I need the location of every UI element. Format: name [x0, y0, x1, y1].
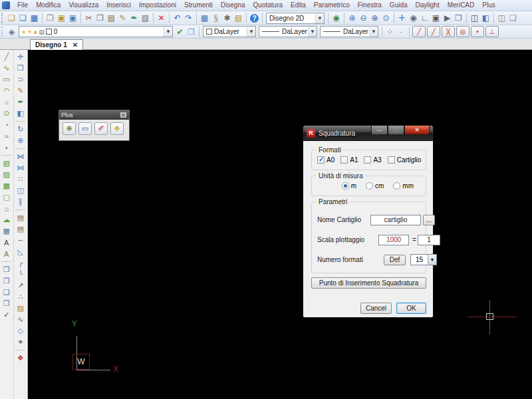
box-3d-icon[interactable]: ◫: [469, 12, 480, 24]
visibility-icon[interactable]: ◉: [408, 12, 419, 24]
menu-finestra[interactable]: Finestra: [354, 0, 386, 11]
layers-manager-icon[interactable]: ◈: [6, 26, 17, 38]
offset-icon[interactable]: ∥: [14, 196, 27, 207]
viewport-icon[interactable]: ❒: [453, 12, 464, 24]
ellipse-arc-icon[interactable]: ◔: [0, 119, 13, 130]
block-icon[interactable]: ❐: [0, 264, 13, 275]
spline-icon[interactable]: ≈: [0, 130, 13, 142]
osnap-marker-icon[interactable]: ∙: [396, 26, 407, 38]
pedit-icon[interactable]: ∿: [14, 314, 27, 325]
punto-inserimento-button[interactable]: Punto di Inserimento Squadratura: [311, 277, 426, 289]
previous-layer-icon[interactable]: ❐: [186, 26, 197, 38]
break-icon[interactable]: ╌: [14, 235, 27, 246]
snap-nearest-icon[interactable]: ╳: [442, 26, 455, 37]
ellipse-icon[interactable]: ⊙: [0, 108, 13, 119]
plus-close-icon[interactable]: ✕: [120, 112, 127, 118]
lineweight-select[interactable]: DaLayer▼: [320, 26, 378, 37]
menu-file[interactable]: File: [13, 0, 32, 11]
copy-icon[interactable]: ❐: [94, 12, 106, 24]
hatch-edit-icon[interactable]: ▨: [14, 303, 27, 314]
ok-button[interactable]: OK: [396, 303, 426, 314]
menu-quotatura[interactable]: Quotatura: [249, 0, 287, 11]
undo-icon[interactable]: ↶: [172, 12, 183, 24]
delete-icon[interactable]: ✕: [156, 12, 167, 24]
boundary-icon[interactable]: ▢: [0, 192, 13, 203]
plus-frame-icon[interactable]: ▭: [78, 122, 92, 135]
menu-impostazioni[interactable]: Impostazioni: [135, 0, 180, 11]
radio-cm[interactable]: cm: [366, 182, 384, 190]
ucs-axes-icon[interactable]: ∟: [419, 12, 430, 24]
pan-icon[interactable]: ✛: [396, 12, 408, 24]
box-edit-icon[interactable]: ◇: [14, 325, 27, 336]
array-icon[interactable]: ∷: [14, 174, 27, 185]
mericad-tool-icon[interactable]: ❖: [14, 352, 27, 364]
freeze-icon[interactable]: ☀: [27, 29, 32, 35]
menu-modifica[interactable]: Modifica: [32, 0, 65, 11]
circle-icon[interactable]: ○: [0, 96, 13, 108]
checkbox-a3[interactable]: A3: [364, 156, 381, 164]
osnap-settings-icon[interactable]: ⁘: [384, 26, 396, 38]
mirror-h-icon[interactable]: ⋈: [14, 162, 27, 174]
spell-check-icon[interactable]: ✓: [0, 309, 13, 321]
plus-settings-icon[interactable]: ❋: [63, 122, 76, 135]
zoom-previous-icon[interactable]: ⊙: [380, 12, 392, 24]
line-icon[interactable]: ╱: [0, 51, 13, 63]
toolbar-grip[interactable]: [1, 13, 5, 23]
align-icon[interactable]: ◫: [14, 185, 27, 196]
zoom-realtime-icon[interactable]: ◉: [331, 12, 342, 24]
radio-circle-m[interactable]: [342, 182, 349, 190]
radio-circle-cm[interactable]: [366, 182, 373, 190]
help-icon[interactable]: ?: [249, 12, 260, 24]
block-insert-icon[interactable]: ❐: [0, 275, 13, 287]
snap-endpoint-icon[interactable]: ╱: [412, 26, 426, 37]
polyline-icon[interactable]: ∿: [0, 63, 13, 74]
checkbox-box-cartiglio[interactable]: [388, 156, 395, 164]
scala-unit-input[interactable]: 1: [418, 235, 440, 245]
orbit-icon[interactable]: ⊕: [14, 135, 27, 146]
arc-icon[interactable]: ◠: [0, 85, 13, 96]
fillet-icon[interactable]: ╭: [14, 257, 27, 269]
color-select[interactable]: DaLayer▼: [203, 26, 256, 37]
rotate-icon[interactable]: ↻: [14, 124, 27, 135]
def-button[interactable]: Def: [384, 255, 406, 265]
clipboard-copy-icon[interactable]: ▤: [14, 212, 27, 223]
menu-parametrico[interactable]: Parametrico: [310, 0, 354, 11]
cut-icon[interactable]: ✂: [83, 12, 94, 24]
drawing-mode-select[interactable]: Disegno 2D▼: [266, 13, 325, 24]
menu-strumenti[interactable]: Strumenti: [180, 0, 217, 11]
rectangle-icon[interactable]: ▭: [0, 74, 13, 85]
eyedropper-icon[interactable]: ✒: [128, 12, 140, 24]
lock-icon[interactable]: ∎: [34, 29, 38, 35]
plus-floating-toolbar[interactable]: Plus ✕ ❋▭✐❖: [59, 110, 130, 141]
snap-perpendicular-icon[interactable]: ⊥: [485, 26, 499, 37]
settings-icon[interactable]: ✱: [221, 12, 233, 24]
paste-icon[interactable]: ▤: [106, 12, 117, 24]
zoom-in-icon[interactable]: ⊕: [346, 12, 358, 24]
plus-squadratura-icon[interactable]: ❖: [110, 122, 124, 135]
checkbox-box-a3[interactable]: [364, 156, 371, 164]
polygon-icon[interactable]: ⌂: [0, 203, 13, 214]
numero-formati-select[interactable]: 15 ▼: [410, 254, 437, 265]
scala-value-input[interactable]: 1000: [378, 235, 409, 245]
radio-circle-mm[interactable]: [393, 182, 400, 190]
browse-button[interactable]: ...: [423, 215, 435, 225]
snap-midpoint-icon[interactable]: ╱: [427, 26, 440, 37]
group-icon[interactable]: ❑: [0, 287, 13, 298]
snap-node-icon[interactable]: •: [471, 26, 484, 37]
ungroup-icon[interactable]: ❒: [0, 298, 13, 309]
checkbox-cartiglio[interactable]: Cartiglio: [388, 156, 422, 164]
layer-select[interactable]: ●☀∎▤0▼: [19, 26, 173, 37]
properties-icon[interactable]: ▦: [199, 12, 210, 24]
menu-guida[interactable]: Guida: [386, 0, 412, 11]
mirror-v-icon[interactable]: ⋈: [14, 151, 27, 162]
table-icon[interactable]: ▦: [0, 225, 13, 237]
new-file-icon[interactable]: ❏: [6, 12, 17, 24]
select-icon[interactable]: ▧: [140, 12, 151, 24]
radio-m[interactable]: m: [342, 182, 356, 190]
revision-cloud-icon[interactable]: ☁: [0, 214, 13, 225]
redo-icon[interactable]: ↷: [183, 12, 194, 24]
attach-icon[interactable]: §: [210, 12, 221, 24]
form-edit-icon[interactable]: ▤: [233, 12, 244, 24]
menu-visualizza[interactable]: Visualizza: [65, 0, 102, 11]
divide-icon[interactable]: ∴: [14, 291, 27, 303]
